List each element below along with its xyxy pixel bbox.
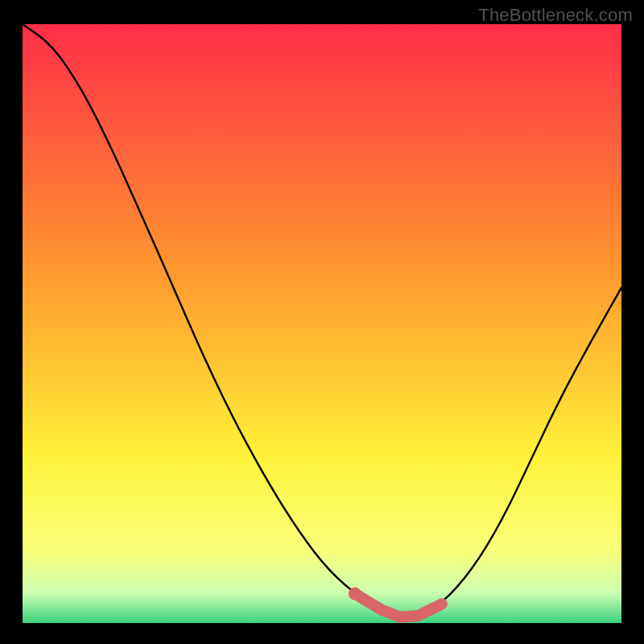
plot-area xyxy=(23,24,621,623)
attribution-text: TheBottleneck.com xyxy=(478,5,633,26)
chart-stage: TheBottleneck.com xyxy=(0,0,644,644)
highlight-dot xyxy=(349,588,361,601)
chart-svg xyxy=(23,24,621,623)
gradient-background xyxy=(23,24,621,623)
